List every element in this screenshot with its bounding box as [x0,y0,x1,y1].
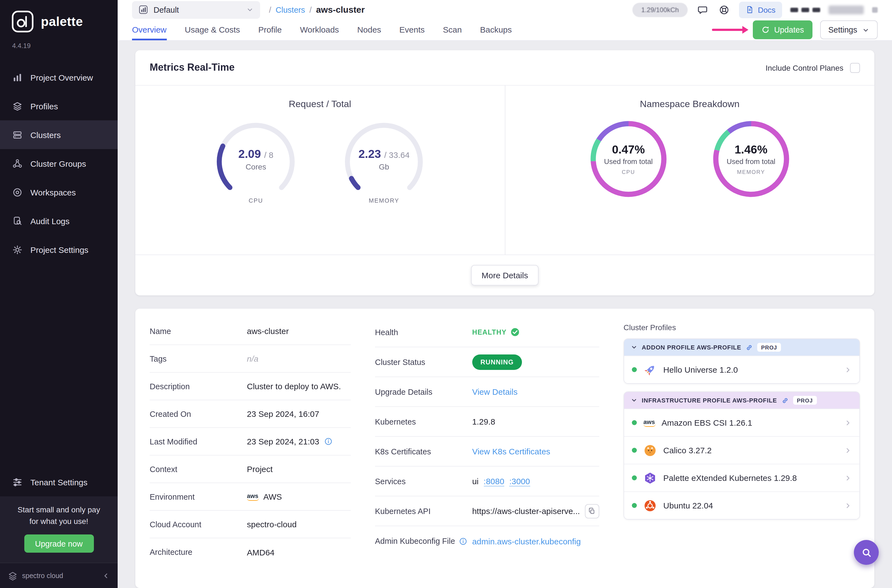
settings-button[interactable]: Settings [820,20,878,39]
sidebar-item-project-overview[interactable]: Project Overview [0,63,118,92]
sidebar-item-tenant-settings[interactable]: Tenant Settings [0,468,118,496]
footer-brand: spectro cloud [22,572,63,579]
sidebar-footer: spectro cloud [0,562,118,588]
metrics-footer: More Details [135,255,874,296]
link-icon[interactable] [746,344,753,351]
chevron-right-icon [844,419,852,426]
refresh-icon [761,26,770,34]
cpu-gauge-label: CPU [212,197,300,204]
view-details-link[interactable]: View Details [472,387,518,396]
profile-item-amazon-ebs-csi[interactable]: aws Amazon EBS CSI 1.26.1 [624,409,859,436]
sidebar: palette 4.4.19 Project Overview Profiles [0,0,118,588]
top-right-controls: 1.29/100kCh Do [632,2,878,18]
app-version: 4.4.19 [0,33,118,63]
nodes-icon [12,158,23,169]
status-dot [632,476,637,480]
sidebar-item-profiles[interactable]: Profiles [0,92,118,120]
main-area: Default / Clusters / aws-cluster 1.29/10… [118,0,892,588]
more-details-button[interactable]: More Details [471,265,539,285]
sidebar-item-project-settings[interactable]: Project Settings [0,235,118,264]
link-icon[interactable] [781,397,788,404]
tab-actions: Updates Settings [712,20,878,39]
chart-box-icon [139,5,148,14]
ubuntu-icon [643,499,657,512]
chevron-right-icon [844,474,852,482]
infrastructure-profile-header[interactable]: INFRASTRUCTURE PROFILE AWS-PROFILE PROJ [624,392,859,409]
tab-events[interactable]: Events [399,20,425,40]
tab-scan[interactable]: Scan [443,20,462,40]
profile-item-palette-extended-kubernetes[interactable]: Palette eXtended Kubernetes 1.29.8 [624,464,859,491]
service-port-8080-link[interactable]: :8080 [484,476,504,486]
sidebar-item-workspaces[interactable]: Workspaces [0,178,118,207]
chevron-down-icon [631,344,637,351]
service-port-3000-link[interactable]: :3000 [509,476,530,486]
tab-overview[interactable]: Overview [132,20,167,40]
project-selector[interactable]: Default [132,1,260,18]
namespace-breakdown-title: Namespace Breakdown [640,99,740,110]
sidebar-item-clusters[interactable]: Clusters [0,120,118,149]
upgrade-now-button[interactable]: Upgrade now [24,534,94,553]
detail-row-tags: Tags n/a [150,345,351,373]
updates-button[interactable]: Updates [752,20,812,39]
details-right-column: Health HEALTHY Cluster Status RUNNING [375,318,599,566]
profile-item-ubuntu[interactable]: Ubuntu 22.04 [624,491,859,519]
sidebar-item-label: Cluster Groups [30,159,86,168]
memory-gauge-label: MEMORY [340,197,428,204]
sidebar-item-audit-logs[interactable]: Audit Logs [0,207,118,235]
include-control-planes-checkbox[interactable] [850,63,860,73]
addon-profile-header[interactable]: ADDON PROFILE AWS-PROFILE PROJ [624,339,859,356]
detail-row-health: Health HEALTHY [375,318,599,347]
search-fab[interactable] [854,540,879,565]
profile-item-label: Calico 3.27.2 [663,446,712,455]
cpu-total-value: / 8 [264,150,273,159]
redacted-user-info [829,5,864,14]
info-icon[interactable] [459,537,467,545]
breadcrumb-separator: / [309,5,311,14]
detail-row-description: Description Cluster to deploy to AWS. [150,373,351,400]
request-total-title: Request / Total [288,99,351,110]
profile-item-label: Amazon EBS CSI 1.26.1 [661,418,752,428]
chat-button[interactable] [696,3,709,16]
redacted-avatar [872,7,878,12]
sidebar-item-cluster-groups[interactable]: Cluster Groups [0,149,118,178]
breadcrumb-clusters-link[interactable]: Clusters [276,5,305,14]
status-dot [632,367,637,372]
upgrade-promo: Start small and only pay for what you us… [0,496,118,562]
profile-item-hello-universe[interactable]: Hello Universe 1.2.0 [624,356,859,383]
tab-nodes[interactable]: Nodes [357,20,381,40]
cpu-gauge: 2.09 / 8 Cores CPU [212,118,300,206]
memory-request-value: 2.23 [359,147,381,160]
info-icon[interactable] [324,437,332,446]
gear-icon [12,244,23,255]
chevron-down-icon [631,397,637,404]
metrics-title: Metrics Real-Time [150,62,234,74]
infrastructure-profile-group: INFRASTRUCTURE PROFILE AWS-PROFILE PROJ … [623,392,860,519]
detail-row-environment: Environment aws AWS [150,483,351,511]
settings-label: Settings [828,26,857,34]
collapse-sidebar-button[interactable] [102,572,110,579]
detail-row-cloud-account: Cloud Account spectro-cloud [150,511,351,538]
copy-button[interactable] [585,504,599,518]
details-left-column: Name aws-cluster Tags n/a Description Cl… [150,318,351,566]
sidebar-item-label: Tenant Settings [30,478,87,487]
profile-item-calico[interactable]: Calico 3.27.2 [624,436,859,464]
kubeconfig-download-link[interactable]: admin.aws-cluster.kubeconfig [472,536,581,546]
docs-button[interactable]: Docs [739,2,782,18]
tab-workloads[interactable]: Workloads [300,20,339,40]
detail-row-architecture: Architecture AMD64 [150,538,351,566]
tab-usage-costs[interactable]: Usage & Costs [185,20,240,40]
view-k8s-certificates-link[interactable]: View K8s Certificates [472,447,550,456]
tab-profile[interactable]: Profile [258,20,282,40]
check-circle-icon [511,327,520,337]
brand-row: palette [0,0,118,33]
memory-total-value: / 33.64 [384,150,410,159]
cpu-unit: Cores [246,162,266,171]
detail-row-last-modified: Last Modified 23 Sep 2024, 21:03 [150,428,351,456]
updates-label: Updates [774,26,804,34]
spectro-cloud-logo-icon [8,571,18,580]
help-button[interactable] [718,3,731,16]
status-dot [632,503,637,508]
status-dot [632,420,637,425]
tab-backups[interactable]: Backups [480,20,512,40]
include-control-planes-label: Include Control Planes [766,63,843,72]
